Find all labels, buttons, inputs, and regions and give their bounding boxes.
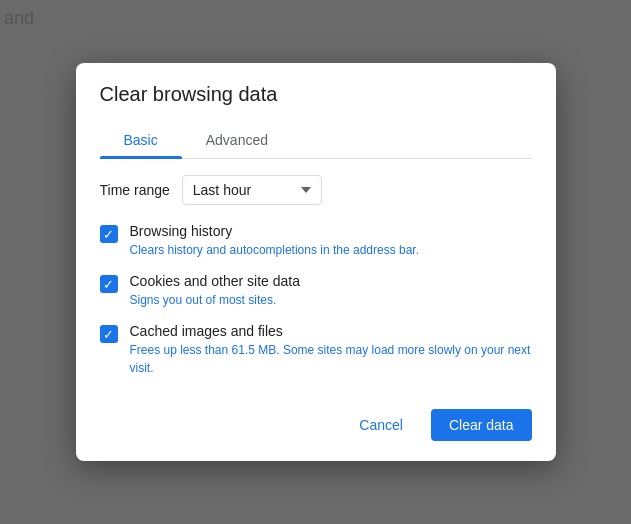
cookies-item: ✓ Cookies and other site data Signs you … (100, 273, 532, 309)
time-range-row: Time range Last hour (100, 175, 532, 205)
browsing-history-desc: Clears history and autocompletions in th… (130, 241, 420, 259)
time-range-value: Last hour (193, 182, 251, 198)
time-range-label: Time range (100, 182, 170, 198)
cookies-text: Cookies and other site data Signs you ou… (130, 273, 300, 309)
browsing-history-item: ✓ Browsing history Clears history and au… (100, 223, 532, 259)
cached-images-item: ✓ Cached images and files Frees up less … (100, 323, 532, 377)
dialog-header: Clear browsing data Basic Advanced (76, 63, 556, 159)
time-range-select[interactable]: Last hour (182, 175, 322, 205)
cached-images-text: Cached images and files Frees up less th… (130, 323, 532, 377)
check-icon: ✓ (103, 228, 114, 241)
cookies-desc: Signs you out of most sites. (130, 291, 300, 309)
cached-images-desc: Frees up less than 61.5 MB. Some sites m… (130, 341, 532, 377)
tab-basic[interactable]: Basic (100, 122, 182, 158)
cancel-button[interactable]: Cancel (341, 409, 421, 441)
dialog-footer: Cancel Clear data (76, 397, 556, 461)
tab-bar: Basic Advanced (100, 122, 532, 159)
cookies-checkbox[interactable]: ✓ (100, 275, 118, 293)
check-icon: ✓ (103, 278, 114, 291)
dialog-body: Time range Last hour ✓ Browsing history … (76, 159, 556, 397)
browsing-history-checkbox[interactable]: ✓ (100, 225, 118, 243)
browsing-history-text: Browsing history Clears history and auto… (130, 223, 420, 259)
cached-images-title: Cached images and files (130, 323, 532, 339)
tab-advanced[interactable]: Advanced (182, 122, 292, 158)
cookies-title: Cookies and other site data (130, 273, 300, 289)
dialog-title: Clear browsing data (100, 83, 532, 106)
clear-browsing-data-dialog: Clear browsing data Basic Advanced Time … (76, 63, 556, 461)
cached-images-checkbox[interactable]: ✓ (100, 325, 118, 343)
clear-data-button[interactable]: Clear data (431, 409, 532, 441)
browsing-history-title: Browsing history (130, 223, 420, 239)
chevron-down-icon (301, 187, 311, 193)
background-text: and (4, 8, 34, 29)
check-icon: ✓ (103, 328, 114, 341)
